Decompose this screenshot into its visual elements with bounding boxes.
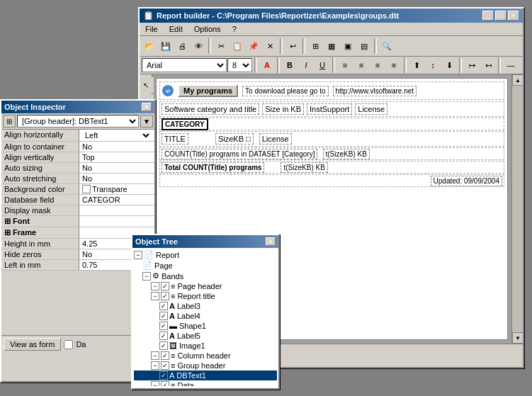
bold-button[interactable]: B bbox=[282, 57, 298, 73]
check-image1[interactable]: ✓ bbox=[159, 341, 168, 350]
outdent-button[interactable]: ↤ bbox=[480, 57, 496, 73]
dbtext1-icon: A bbox=[169, 371, 174, 380]
align-bot-button[interactable]: ⬇ bbox=[441, 57, 457, 73]
tree-item-col-header[interactable]: − ✓ ≡ Column header bbox=[134, 351, 277, 361]
paste-button[interactable]: 📌 bbox=[246, 38, 261, 54]
check-col-header[interactable]: ✓ bbox=[161, 351, 169, 360]
select-button2[interactable]: ▦ bbox=[324, 38, 339, 54]
open-button[interactable]: 📂 bbox=[142, 38, 157, 54]
copy-button[interactable]: 📋 bbox=[230, 38, 245, 54]
data-section-1: TITLE SizeKB □ License bbox=[159, 131, 504, 147]
align-h-select[interactable]: Left bbox=[82, 130, 152, 140]
tree-item-image1[interactable]: ✓ 🖼 Image1 bbox=[134, 341, 277, 351]
scroll-up-button[interactable]: ▲ bbox=[512, 74, 523, 86]
tree-item-page-header[interactable]: − ✓ ≡ Page header bbox=[134, 281, 277, 291]
check-label3[interactable]: ✓ bbox=[159, 302, 168, 310]
tree-item-label4[interactable]: ✓ A Label4 bbox=[134, 311, 277, 321]
close-button[interactable]: ✕ bbox=[508, 11, 519, 21]
footer-checkbox[interactable] bbox=[64, 340, 73, 349]
align-justify-button[interactable]: ≡ bbox=[386, 57, 402, 73]
total-section: Total COUNT(Title) programs t(SizeKB) KB bbox=[159, 161, 504, 174]
check-label5[interactable]: ✓ bbox=[159, 332, 168, 340]
minimize-button[interactable]: _ bbox=[482, 11, 494, 21]
inspector-close-button[interactable]: ✕ bbox=[142, 103, 152, 111]
prop-align-v: Align vertically Top bbox=[1, 152, 154, 163]
prop-left-key: Left in mm bbox=[1, 260, 79, 270]
save-button[interactable]: 💾 bbox=[158, 38, 174, 54]
expand-col-header[interactable]: − bbox=[151, 351, 159, 360]
select-button3[interactable]: ▣ bbox=[340, 38, 356, 54]
indent-button[interactable]: ↦ bbox=[464, 57, 480, 73]
check-label4[interactable]: ✓ bbox=[159, 312, 168, 320]
inspector-titlebar: Object Inspector ✕ bbox=[1, 101, 154, 113]
select-button4[interactable]: ▤ bbox=[356, 38, 372, 54]
tree-label-bands: Bands bbox=[162, 272, 183, 281]
arrow-tool[interactable]: ↖ bbox=[140, 77, 154, 93]
align-right-button[interactable]: ≡ bbox=[370, 57, 385, 73]
preview-button[interactable]: 👁 bbox=[191, 38, 206, 54]
tree-label-page: Page bbox=[154, 261, 173, 270]
check-dbtext1[interactable]: ✓ bbox=[159, 371, 168, 380]
print-button[interactable]: 🖨 bbox=[174, 38, 190, 54]
tree-item-report[interactable]: − 📄 Report bbox=[134, 249, 277, 260]
font-selector[interactable]: Arial bbox=[142, 58, 227, 72]
tree-item-report-title[interactable]: − ✓ ≡ Report title bbox=[134, 291, 277, 301]
expand-report-title[interactable]: − bbox=[151, 292, 159, 300]
url-text: http://www.vlsoftware.net bbox=[333, 86, 417, 96]
find-button[interactable]: 🔍 bbox=[379, 38, 395, 54]
prop-font-key: ⊞ Font bbox=[1, 216, 79, 227]
tree-item-dbtext1[interactable]: ✓ A DBText1 bbox=[134, 370, 277, 380]
check-report-title[interactable]: ✓ bbox=[161, 292, 169, 300]
line-style-button[interactable]: — bbox=[503, 57, 519, 73]
sep3 bbox=[302, 38, 305, 54]
menu-help[interactable]: ? bbox=[230, 24, 239, 34]
tree-item-data[interactable]: − ✓ ≡ Data bbox=[134, 380, 277, 386]
expand-report[interactable]: − bbox=[134, 251, 142, 259]
inspector-dropdown-btn[interactable]: ▼ bbox=[140, 115, 153, 128]
toolbar-row1: 📂 💾 🖨 👁 ✂ 📋 📌 ✕ ↩ ⊞ ▦ ▣ ▤ 🔍 bbox=[140, 36, 523, 57]
font-size-selector[interactable]: 8 bbox=[227, 58, 252, 72]
check-shape1[interactable]: ✓ bbox=[159, 322, 168, 330]
expand-bands[interactable]: − bbox=[142, 272, 151, 281]
prop-display-mask-val bbox=[79, 205, 154, 215]
object-selector[interactable]: [Group header]: DBText1 bbox=[17, 115, 139, 128]
expand-data[interactable]: − bbox=[151, 381, 159, 386]
tree-close-button[interactable]: ✕ bbox=[266, 237, 276, 246]
undo-button[interactable]: ↩ bbox=[285, 38, 300, 54]
view-as-form-button[interactable]: View as form bbox=[4, 338, 61, 351]
page-footer-section: Updated: 09/09/2004 bbox=[159, 174, 504, 187]
tree-item-bands[interactable]: − ⚙ Bands bbox=[134, 271, 277, 281]
cut-button[interactable]: ✂ bbox=[213, 38, 229, 54]
report-window-icon: 📋 bbox=[143, 11, 154, 21]
align-mid-button[interactable]: ↕ bbox=[425, 57, 441, 73]
maximize-button[interactable]: □ bbox=[495, 11, 506, 21]
align-top-button[interactable]: ⬆ bbox=[409, 57, 424, 73]
tree-label-page-header: Page header bbox=[177, 282, 222, 290]
check-group-header[interactable]: ✓ bbox=[161, 361, 169, 370]
expand-group-header[interactable]: − bbox=[151, 361, 159, 370]
menu-file[interactable]: File bbox=[142, 24, 161, 34]
prop-font-val bbox=[79, 216, 154, 227]
tree-item-group-header[interactable]: − ✓ ≡ Group header bbox=[134, 361, 277, 370]
color-button[interactable]: A bbox=[259, 57, 275, 73]
check-page-header[interactable]: ✓ bbox=[161, 282, 169, 290]
delete-button[interactable]: ✕ bbox=[262, 38, 278, 54]
my-programs-button[interactable]: My programs bbox=[178, 84, 238, 97]
frame-expand-icon: ⊞ bbox=[4, 228, 13, 237]
tree-item-shape1[interactable]: ✓ ▬ Shape1 bbox=[134, 321, 277, 331]
italic-button[interactable]: I bbox=[298, 57, 314, 73]
prop-frame-key: ⊞ Frame bbox=[1, 227, 79, 238]
expand-page-header[interactable]: − bbox=[151, 282, 159, 290]
tree-item-page[interactable]: 📄 Page bbox=[134, 260, 277, 271]
tree-item-label3[interactable]: ✓ A Label3 bbox=[134, 301, 277, 311]
align-left-button[interactable]: ≡ bbox=[337, 57, 353, 73]
tree-title: Object Tree bbox=[135, 237, 178, 246]
align-center-button[interactable]: ≡ bbox=[353, 57, 369, 73]
tree-item-label5[interactable]: ✓ A Label5 bbox=[134, 331, 277, 341]
check-data[interactable]: ✓ bbox=[161, 381, 169, 386]
scroll-down-button[interactable]: ▼ bbox=[512, 332, 523, 344]
menu-edit[interactable]: Edit bbox=[166, 24, 186, 34]
select-all-button[interactable]: ⊞ bbox=[307, 38, 323, 54]
underline-button[interactable]: U bbox=[315, 57, 330, 73]
menu-options[interactable]: Options bbox=[191, 24, 224, 34]
